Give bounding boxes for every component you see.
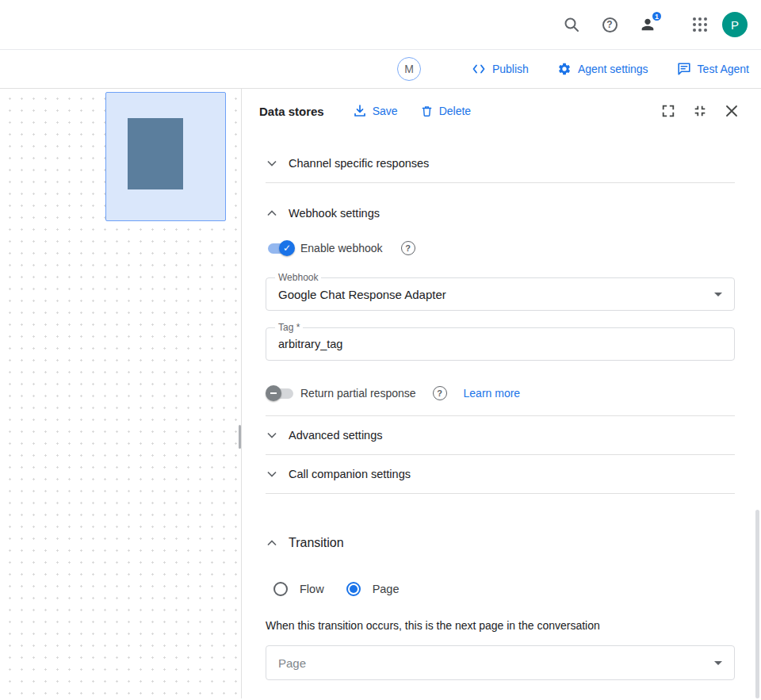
help-button[interactable]: ? — [594, 9, 625, 40]
flow-canvas[interactable] — [0, 89, 242, 698]
chevron-down-icon — [266, 157, 278, 170]
enable-webhook-toggle[interactable]: ✓ — [266, 240, 295, 256]
section-channel-responses[interactable]: Channel specific responses — [266, 144, 735, 182]
search-icon — [563, 16, 580, 33]
delete-button[interactable]: Delete — [420, 105, 471, 118]
flow-node-thumbnail — [128, 118, 183, 189]
gear-icon — [557, 62, 572, 76]
webhook-select-label: Webhook — [275, 272, 321, 283]
notifications-button[interactable]: 1 — [632, 9, 663, 40]
enable-webhook-label: Enable webhook — [300, 242, 383, 254]
section-label: Transition — [289, 536, 344, 550]
notification-badge: 1 — [651, 10, 663, 22]
panel-scrollbar[interactable] — [755, 510, 759, 698]
section-label: Advanced settings — [289, 429, 383, 442]
help-icon: ? — [602, 17, 618, 33]
webhook-select-value: Google Chat Response Adapter — [278, 288, 446, 301]
test-agent-button[interactable]: Test Agent — [677, 62, 749, 76]
agent-settings-label: Agent settings — [578, 63, 648, 75]
tag-field[interactable]: Tag * — [266, 327, 735, 361]
page-select-placeholder: Page — [278, 656, 306, 670]
section-label: Channel specific responses — [289, 157, 429, 170]
main-area: Data stores Save Delete — [0, 89, 761, 698]
section-call-companion[interactable]: Call companion settings — [266, 455, 735, 493]
help-circle-icon[interactable]: ? — [433, 386, 447, 400]
account-avatar[interactable]: P — [722, 12, 748, 37]
flow-radio[interactable] — [273, 582, 288, 596]
trash-icon — [420, 105, 434, 118]
chevron-down-icon — [266, 468, 278, 480]
test-agent-label: Test Agent — [698, 63, 749, 75]
partial-response-toggle[interactable] — [266, 385, 295, 401]
tag-field-label: Tag * — [275, 322, 303, 333]
top-app-bar: ? 1 P — [0, 0, 761, 50]
page-select[interactable]: Page — [266, 645, 735, 680]
chevron-up-icon — [266, 537, 278, 549]
partial-response-row: Return partial response ? Learn more — [266, 384, 735, 403]
page-radio-label: Page — [373, 583, 400, 595]
divider — [266, 182, 735, 183]
publish-button[interactable]: Publish — [472, 62, 529, 76]
canvas-scrollbar[interactable] — [239, 425, 241, 449]
agent-toolbar: M Publish Agent settings Test Agent — [0, 50, 761, 89]
save-label: Save — [373, 105, 398, 117]
dash-icon — [266, 385, 281, 401]
section-transition[interactable]: Transition — [266, 524, 735, 562]
enable-webhook-row: ✓ Enable webhook ? — [266, 239, 735, 258]
apps-grid-icon — [693, 17, 707, 32]
partial-response-label: Return partial response — [300, 387, 416, 400]
chevron-up-icon — [266, 207, 278, 220]
fullscreen-exit-icon — [693, 104, 707, 118]
search-button[interactable] — [556, 9, 587, 40]
page-title: Data stores — [259, 105, 324, 118]
chevron-down-icon — [266, 429, 278, 442]
check-icon: ✓ — [279, 240, 295, 256]
collaborator-avatar[interactable]: M — [397, 57, 421, 81]
close-panel-button[interactable] — [722, 101, 741, 120]
save-icon — [353, 104, 367, 118]
transition-target-radio-group: Flow Page — [266, 581, 735, 597]
close-icon — [725, 105, 738, 117]
webhook-select[interactable]: Webhook Google Chat Response Adapter — [266, 277, 735, 311]
fullscreen-button[interactable] — [659, 101, 678, 120]
flow-node-card[interactable] — [105, 92, 226, 221]
learn-more-link[interactable]: Learn more — [464, 387, 521, 400]
help-circle-icon[interactable]: ? — [401, 241, 415, 255]
section-advanced-settings[interactable]: Advanced settings — [266, 416, 735, 454]
fullscreen-icon — [661, 104, 675, 118]
delete-label: Delete — [439, 105, 471, 117]
fullscreen-exit-button[interactable] — [690, 101, 709, 120]
agent-settings-button[interactable]: Agent settings — [557, 62, 648, 76]
detail-panel: Data stores Save Delete — [242, 89, 761, 698]
tag-input[interactable] — [278, 338, 722, 350]
page-radio[interactable] — [346, 582, 361, 596]
panel-header: Data stores Save Delete — [242, 89, 761, 133]
apps-grid-button[interactable] — [684, 9, 716, 40]
flow-radio-label: Flow — [300, 583, 324, 595]
publish-label: Publish — [492, 63, 529, 75]
dropdown-arrow-icon — [714, 293, 722, 296]
dropdown-arrow-icon — [714, 661, 722, 665]
divider — [266, 493, 735, 494]
transition-helper-text: When this transition occurs, this is the… — [266, 619, 735, 632]
panel-content: Channel specific responses Webhook setti… — [242, 144, 761, 698]
section-webhook-settings[interactable]: Webhook settings — [266, 194, 735, 232]
code-icon — [472, 62, 486, 76]
section-label: Webhook settings — [289, 207, 380, 220]
section-label: Call companion settings — [289, 468, 411, 480]
save-button[interactable]: Save — [353, 104, 398, 118]
chat-icon — [677, 62, 691, 76]
